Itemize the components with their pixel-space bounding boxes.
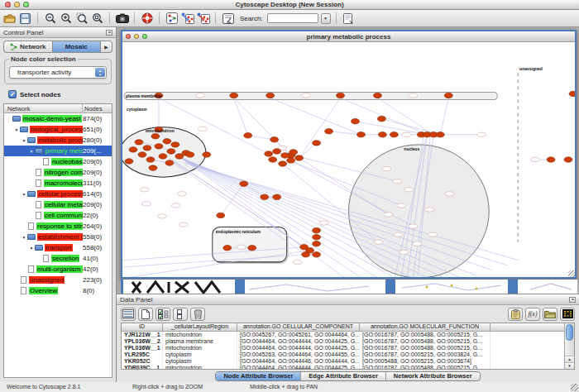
network-node[interactable] [151, 134, 160, 139]
tree-row[interactable]: ▼primary metabo209(... [4, 146, 112, 156]
network-node-unselected[interactable] [177, 192, 186, 196]
unselect-attributes-button[interactable] [173, 308, 188, 321]
network-node-unselected[interactable] [195, 93, 204, 98]
network-node[interactable] [351, 118, 359, 123]
network-node[interactable] [269, 157, 277, 162]
save-session-button[interactable] [18, 12, 32, 25]
tree-expand-arrow[interactable]: ▼ [13, 127, 20, 132]
network-node[interactable] [149, 165, 157, 170]
network-node[interactable] [378, 132, 386, 137]
network-node[interactable] [300, 245, 309, 250]
network-node-unselected[interactable] [409, 93, 418, 98]
network-node[interactable] [356, 132, 365, 137]
table-row[interactable]: YJR121W__1mitochondrion[GO:0045267, GO:0… [122, 332, 564, 338]
search-input[interactable] [267, 13, 318, 23]
tree-row[interactable]: nitrogen compo209(0) [4, 167, 112, 178]
network-node-unselected[interactable] [425, 208, 434, 212]
close-network-window-button[interactable] [126, 34, 131, 39]
network-node[interactable] [377, 116, 385, 121]
network-node[interactable] [261, 194, 269, 199]
tab-node-attribute-browser[interactable]: Node Attribute Browser [216, 372, 301, 380]
table-column-header[interactable]: _cellularLayoutRegion [163, 323, 237, 331]
float-panel-icon[interactable] [106, 30, 112, 36]
network-node[interactable] [337, 93, 345, 98]
network-node[interactable] [143, 146, 151, 151]
help-button[interactable] [140, 12, 154, 25]
table-row[interactable]: YKR052Ccytoplasm[GO:0044464, GO:0044446,… [122, 358, 564, 365]
open-file-button[interactable] [2, 12, 17, 25]
network-node-unselected[interactable] [382, 166, 391, 170]
network-node[interactable] [313, 141, 321, 146]
search-index-settings-button[interactable] [342, 12, 356, 25]
tree-column-network[interactable]: Network [4, 104, 83, 112]
network-node-unselected[interactable] [397, 203, 406, 208]
network-node[interactable] [163, 139, 171, 144]
scrollbar-thumb[interactable] [566, 324, 573, 341]
tree-expand-arrow[interactable]: ▼ [21, 235, 27, 240]
tree-row[interactable]: ▼cellular process614(0) [4, 189, 112, 199]
network-node-unselected[interactable] [394, 232, 403, 237]
network-node[interactable] [569, 91, 575, 96]
network-node[interactable] [265, 151, 273, 156]
network-node[interactable] [273, 194, 281, 199]
copy-edge-attributes-button[interactable] [196, 12, 210, 25]
tree-row[interactable]: secretion41(0) [4, 253, 112, 264]
function-builder-button[interactable]: f(x) [525, 308, 540, 321]
network-node-unselected[interactable] [198, 127, 207, 131]
network-node-unselected[interactable] [171, 203, 180, 208]
copy-node-attributes-button[interactable] [180, 12, 194, 25]
table-row[interactable]: YLR295Ccytoplasm[GO:0045263, GO:0044464,… [122, 351, 564, 358]
network-node[interactable] [373, 93, 381, 98]
network-window-titlebar[interactable]: primary metabolic process [122, 31, 575, 42]
create-new-attribute-button[interactable] [138, 308, 153, 321]
network-graph[interactable]: plasma membranecytoplasmmitochondrionnuc… [122, 42, 575, 277]
network-node[interactable] [281, 153, 290, 158]
select-nodes-checkbox[interactable]: ✓ [8, 90, 17, 98]
network-node-unselected[interactable] [319, 221, 328, 225]
network-node[interactable] [155, 144, 163, 149]
table-scrollbar[interactable]: ▲ ▼ [564, 323, 574, 369]
network-node-unselected[interactable] [374, 240, 383, 244]
network-node[interactable] [290, 150, 298, 155]
network-node-unselected[interactable] [404, 188, 414, 192]
tab-network-attribute-browser[interactable]: Network Attribute Browser [386, 372, 480, 380]
more-tabs-arrow[interactable]: ▶ [101, 41, 112, 53]
zoom-in-button[interactable] [59, 12, 73, 25]
tree-row[interactable]: response to stimulu264(0) [4, 221, 112, 232]
network-canvas[interactable]: plasma membranecytoplasmmitochondrionnuc… [122, 42, 575, 277]
tab-mosaic[interactable]: Mosaic [52, 41, 102, 53]
network-node[interactable] [266, 93, 275, 98]
export-image-snapshot-button[interactable] [115, 12, 129, 25]
network-node-unselected[interactable] [402, 132, 411, 136]
network-node-unselected[interactable] [141, 202, 151, 206]
close-window-button[interactable] [5, 2, 11, 7]
network-node-unselected[interactable] [301, 93, 310, 98]
network-node-unselected[interactable] [179, 222, 188, 227]
network-node[interactable] [436, 132, 444, 137]
import-attributes-button[interactable] [543, 308, 557, 321]
vizmapper-button[interactable] [221, 12, 235, 25]
tree-row[interactable]: macromolecule311(0) [4, 178, 112, 189]
delete-attribute-button[interactable] [190, 308, 205, 321]
network-node-unselected[interactable] [445, 192, 454, 196]
network-node[interactable] [146, 157, 155, 162]
network-node[interactable] [203, 152, 211, 157]
network-node[interactable] [325, 129, 333, 134]
network-node[interactable] [248, 246, 256, 251]
network-node[interactable] [167, 149, 175, 154]
tree-expand-arrow[interactable]: ▼ [28, 246, 35, 251]
tree-expand-arrow[interactable]: ▼ [21, 192, 27, 197]
attribute-notes-button[interactable] [508, 308, 523, 321]
network-node[interactable] [159, 154, 167, 159]
network-node[interactable] [313, 252, 321, 257]
create-network-view-button[interactable] [165, 12, 179, 25]
tree-row[interactable]: multi-organism pro42(0) [4, 264, 112, 275]
select-attributes-button[interactable] [156, 308, 170, 321]
network-node-unselected[interactable] [531, 157, 540, 161]
tree-row[interactable]: mosaic-demo-yeast874(0) [4, 113, 112, 124]
network-node-unselected[interactable] [409, 224, 418, 228]
network-node[interactable] [444, 93, 452, 98]
table-column-header[interactable]: ID [122, 323, 163, 331]
app-resize-grip[interactable] [571, 384, 578, 391]
network-node[interactable] [165, 160, 174, 165]
